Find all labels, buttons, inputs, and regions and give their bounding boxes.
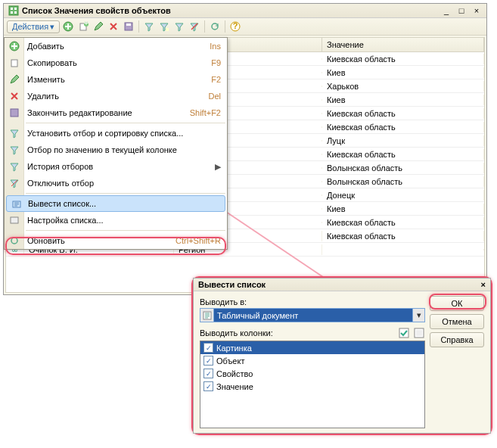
help-button[interactable]: Справка: [430, 332, 484, 347]
filter-off-icon[interactable]: [188, 20, 201, 33]
menu-refresh[interactable]: Обновить Ctrl+Shift+R: [5, 232, 227, 249]
refresh-icon: [8, 234, 21, 247]
delete-icon[interactable]: [107, 20, 120, 33]
cell: Киевская область: [322, 108, 484, 119]
filter-icon: [8, 126, 21, 140]
chevron-down-icon: ▾: [50, 22, 54, 32]
cell: Киевская область: [322, 231, 484, 241]
help-icon[interactable]: ?: [228, 20, 242, 33]
menu-filter-value[interactable]: Отбор по значению в текущей колонке: [5, 142, 227, 158]
minimize-button[interactable]: _: [441, 6, 452, 15]
list-item[interactable]: ✓Объект: [200, 354, 424, 367]
cell: Харьков: [322, 81, 484, 92]
filter-value-icon[interactable]: [157, 20, 171, 33]
cell: Киевская область: [322, 54, 484, 64]
menu-list-settings[interactable]: Настройка списка...: [5, 212, 227, 229]
checkbox[interactable]: ✓: [203, 343, 213, 353]
filter-off-icon: [8, 176, 21, 190]
add-icon: [8, 39, 21, 53]
uncheck-all-button[interactable]: [413, 327, 425, 339]
maximize-button[interactable]: □: [456, 6, 467, 15]
filter-history-icon: [8, 160, 21, 173]
actions-menu: Добавить Ins Скопировать F9 Изменить F2 …: [4, 37, 228, 250]
menu-copy[interactable]: Скопировать F9: [5, 54, 227, 71]
list-item-label: Объект: [216, 356, 244, 366]
chevron-right-icon: ▶: [215, 162, 221, 172]
cancel-button[interactable]: Отмена: [430, 314, 484, 329]
filter-history-icon[interactable]: [172, 20, 186, 33]
ok-button[interactable]: ОК: [430, 296, 484, 311]
columns-list[interactable]: ✓Картинка✓Объект✓Свойство✓Значение: [200, 341, 425, 428]
checkbox[interactable]: ✓: [203, 369, 213, 378]
filter-icon[interactable]: [142, 20, 156, 33]
cell: Луцк: [322, 135, 484, 146]
copy-icon[interactable]: +: [76, 20, 90, 33]
close-button[interactable]: ×: [471, 6, 482, 15]
main-window: Список Значения свойств объектов _ □ × Д…: [3, 3, 487, 295]
dialog-titlebar: Вывести список ×: [194, 278, 490, 291]
cell: Донецк: [322, 190, 484, 201]
menu-edit[interactable]: Изменить F2: [5, 71, 227, 88]
window-title: Список Значения свойств объектов: [22, 6, 171, 15]
menu-filter-sort[interactable]: Установить отбор и сортировку списка...: [5, 125, 227, 142]
svg-rect-10: [126, 23, 131, 26]
output-to-label: Выводить в:: [200, 297, 425, 306]
delete-icon: [8, 89, 21, 103]
settings-icon: [8, 213, 21, 227]
doc-icon: [200, 309, 214, 322]
svg-rect-2: [14, 8, 17, 10]
svg-rect-23: [416, 330, 422, 336]
svg-rect-11: [166, 28, 169, 31]
output-list-dialog: Вывести список × Выводить в: Табличный д…: [193, 278, 491, 434]
cell: Киев: [322, 204, 484, 214]
svg-rect-18: [11, 217, 18, 223]
svg-rect-0: [9, 6, 18, 15]
list-item-label: Картинка: [216, 344, 252, 353]
edit-icon: [8, 73, 21, 86]
output-columns-label: Выводить колонки:: [200, 328, 395, 338]
checkbox[interactable]: ✓: [203, 356, 213, 366]
chevron-down-icon: ▾: [412, 309, 424, 322]
edit-icon[interactable]: [92, 20, 105, 33]
list-item[interactable]: ✓Свойство: [200, 367, 424, 380]
cell: Волынская область: [322, 176, 484, 187]
dialog-close-button[interactable]: ×: [481, 280, 486, 289]
cell: Киевская область: [322, 122, 484, 132]
app-icon: [8, 5, 19, 16]
menu-filter-history[interactable]: История отборов ▶: [5, 158, 227, 175]
cell: [322, 249, 484, 250]
dialog-title: Вывести список: [198, 280, 266, 289]
filter-value-icon: [8, 143, 21, 157]
svg-rect-16: [11, 109, 18, 117]
checkbox[interactable]: ✓: [203, 381, 213, 391]
menu-output-list[interactable]: Вывести список...: [6, 195, 225, 212]
actions-button-label: Действия: [12, 22, 48, 31]
save-icon: [8, 106, 21, 120]
menu-filter-off[interactable]: Отключить отбор: [5, 175, 227, 191]
svg-text:?: ?: [233, 21, 238, 30]
svg-rect-4: [14, 11, 17, 14]
cell: Киев: [322, 67, 484, 78]
list-item-label: Значение: [216, 382, 253, 391]
add-icon[interactable]: [61, 20, 75, 33]
menu-end-edit[interactable]: Закончить редактирование Shift+F2: [5, 104, 227, 121]
column-header-value[interactable]: Значение: [322, 38, 484, 51]
list-item[interactable]: ✓Значение: [200, 380, 424, 393]
annotation-dialog-highlight: Вывести список × Выводить в: Табличный д…: [191, 276, 492, 435]
svg-rect-1: [11, 8, 13, 10]
menu-delete[interactable]: Удалить Del: [5, 88, 227, 104]
check-all-button[interactable]: [398, 327, 410, 339]
actions-button[interactable]: Действия ▾: [7, 20, 60, 33]
cell: Киевская область: [322, 149, 484, 160]
menu-add[interactable]: Добавить Ins: [5, 38, 227, 54]
save-icon[interactable]: [122, 20, 135, 33]
svg-rect-15: [11, 60, 17, 67]
output-to-combo[interactable]: Табличный документ ▾: [200, 308, 425, 322]
svg-text:+: +: [84, 21, 89, 27]
list-item[interactable]: ✓Картинка: [200, 341, 424, 354]
copy-icon: [8, 56, 21, 70]
refresh-icon[interactable]: [208, 20, 222, 33]
list-item-label: Свойство: [216, 369, 253, 378]
cell: Киевская область: [322, 217, 484, 228]
toolbar: Действия ▾ + ?: [4, 18, 486, 36]
